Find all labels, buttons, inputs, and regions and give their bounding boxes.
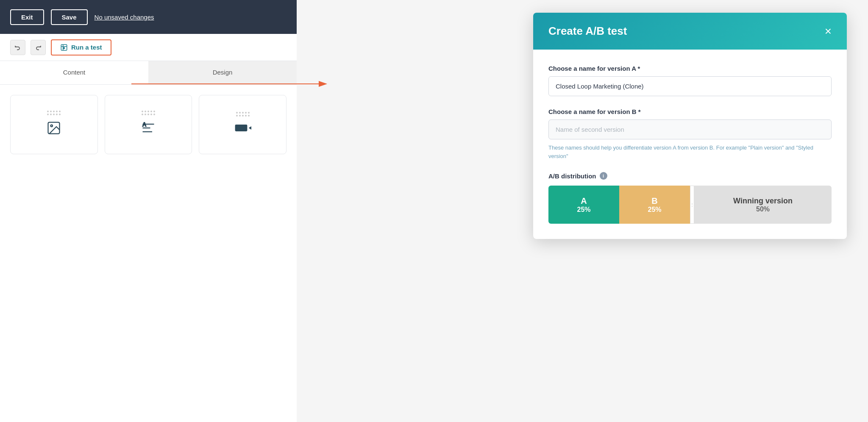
segment-a-label: A <box>581 196 587 206</box>
exit-button[interactable]: Exit <box>10 9 44 25</box>
distribution-bar: A 25% B 25% ⋮ Winning version 50% <box>548 186 832 224</box>
version-a-label: Choose a name for version A * <box>548 65 832 72</box>
segment-b: B 25% <box>619 186 690 224</box>
run-test-button[interactable]: Run a test <box>51 39 111 56</box>
segment-b-pct: 25% <box>648 206 661 214</box>
modal-close-button[interactable]: × <box>825 25 832 37</box>
segment-a-pct: 25% <box>577 206 590 214</box>
block-dots <box>142 111 155 115</box>
block-dots <box>236 112 250 117</box>
segment-win-label: Winning version <box>733 197 793 205</box>
blocks-area: A <box>0 85 297 164</box>
version-b-group: Choose a name for version B * These name… <box>548 108 832 160</box>
segment-win-pct: 50% <box>756 205 770 213</box>
block-image[interactable] <box>10 95 98 154</box>
block-button[interactable] <box>199 95 287 154</box>
tab-design[interactable]: Design <box>148 61 297 84</box>
block-text[interactable]: A <box>105 95 192 154</box>
distribution-section: A/B distribution i A 25% B 25% ⋮ Winning… <box>548 172 832 224</box>
svg-rect-7 <box>235 125 247 131</box>
segment-winning: Winning version 50% <box>694 186 832 224</box>
distribution-handle[interactable]: ⋮ <box>690 186 694 224</box>
form-hint: These names should help you differentiat… <box>548 144 832 160</box>
svg-marker-8 <box>248 126 251 130</box>
image-icon <box>46 120 61 139</box>
block-dots <box>47 111 61 115</box>
no-changes-link[interactable]: No unsaved changes <box>95 14 154 21</box>
svg-text:A: A <box>143 122 146 128</box>
version-a-group: Choose a name for version A * <box>548 65 832 96</box>
svg-point-0 <box>64 47 65 49</box>
modal-header: Create A/B test × <box>533 13 847 50</box>
editor-panel: Exit Save No unsaved changes Run a test <box>0 0 297 422</box>
modal-panel: Create A/B test × Choose a name for vers… <box>533 13 847 239</box>
toolbar: Exit Save No unsaved changes <box>0 0 297 34</box>
save-button[interactable]: Save <box>51 9 88 25</box>
tabs-area: Content Design <box>0 61 297 85</box>
text-icon: A <box>141 120 156 139</box>
button-block-icon <box>234 122 251 137</box>
svg-point-2 <box>51 125 53 127</box>
tab-content[interactable]: Content <box>0 61 148 84</box>
redo-button[interactable] <box>31 40 46 55</box>
modal-body: Choose a name for version A * Choose a n… <box>533 50 847 239</box>
version-b-label: Choose a name for version B * <box>548 108 832 115</box>
info-icon[interactable]: i <box>600 172 607 180</box>
modal-title: Create A/B test <box>548 25 627 38</box>
version-b-input[interactable] <box>548 119 832 139</box>
sub-toolbar: Run a test <box>0 34 297 61</box>
segment-b-label: B <box>651 196 657 206</box>
distribution-label: A/B distribution i <box>548 172 832 180</box>
segment-a: A 25% <box>548 186 619 224</box>
undo-button[interactable] <box>10 40 25 55</box>
version-a-input[interactable] <box>548 76 832 96</box>
